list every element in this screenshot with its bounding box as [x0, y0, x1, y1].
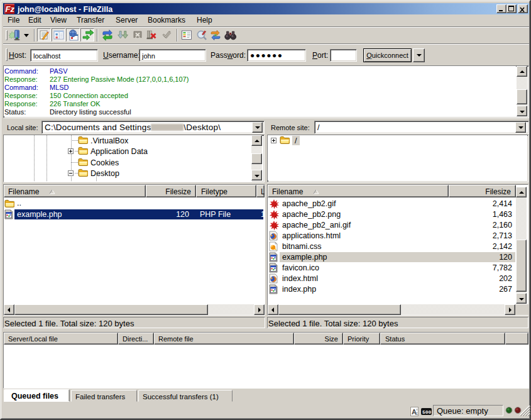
- svg-text:Fz: Fz: [6, 4, 15, 14]
